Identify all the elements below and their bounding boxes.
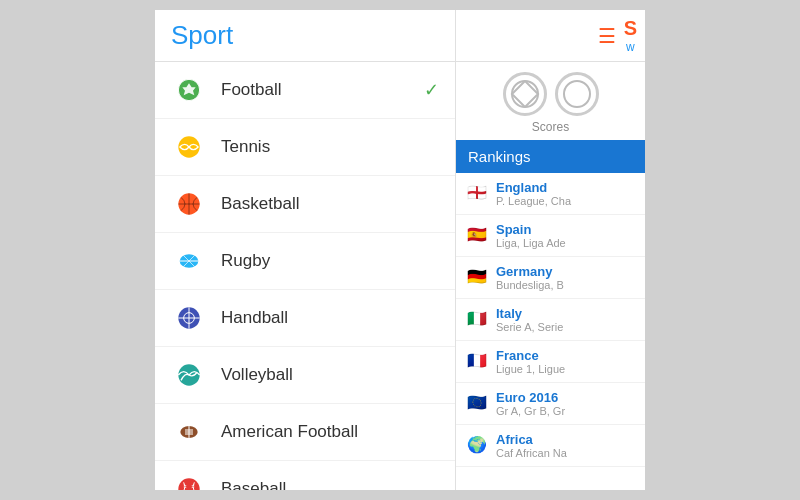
scores-section: Scores	[456, 62, 645, 140]
svg-point-26	[564, 81, 590, 107]
sport-item-american-football[interactable]: American Football	[155, 404, 455, 461]
ranking-name-4: France	[496, 348, 635, 363]
sport-name-basketball: Basketball	[221, 194, 439, 214]
ranking-info-5: Euro 2016 Gr A, Gr B, Gr	[496, 390, 635, 417]
ranking-flag-3: 🇮🇹	[466, 307, 488, 329]
ranking-item-5[interactable]: 🇪🇺 Euro 2016 Gr A, Gr B, Gr	[456, 383, 645, 425]
ranking-sub-0: P. League, Cha	[496, 195, 635, 207]
ranking-sub-3: Serie A, Serie	[496, 321, 635, 333]
sport-item-handball[interactable]: Handball	[155, 290, 455, 347]
sport-icon-volleyball	[171, 357, 207, 393]
ranking-info-6: Africa Caf African Na	[496, 432, 635, 459]
sport-item-football[interactable]: Football ✓	[155, 62, 455, 119]
scores-circle-2[interactable]	[555, 72, 599, 116]
sport-name-handball: Handball	[221, 308, 439, 328]
sport-icon-football	[171, 72, 207, 108]
sport-icon-rugby	[171, 243, 207, 279]
sport-name-tennis: Tennis	[221, 137, 439, 157]
ranking-sub-4: Ligue 1, Ligue	[496, 363, 635, 375]
ranking-flag-0: 🏴󠁧󠁢󠁥󠁮󠁧󠁿	[466, 181, 488, 203]
ranking-name-6: Africa	[496, 432, 635, 447]
ranking-item-3[interactable]: 🇮🇹 Italy Serie A, Serie	[456, 299, 645, 341]
sport-panel: Sport Football ✓ Tennis Basketball	[155, 10, 455, 490]
ranking-item-0[interactable]: 🏴󠁧󠁢󠁥󠁮󠁧󠁿 England P. League, Cha	[456, 173, 645, 215]
sport-item-baseball[interactable]: Baseball	[155, 461, 455, 490]
rankings-header: Rankings	[456, 140, 645, 173]
scores-circles	[503, 72, 599, 116]
ranking-name-1: Spain	[496, 222, 635, 237]
ranking-name-3: Italy	[496, 306, 635, 321]
ranking-item-2[interactable]: 🇩🇪 Germany Bundesliga, B	[456, 257, 645, 299]
ranking-flag-6: 🌍	[466, 433, 488, 455]
sport-header: Sport	[155, 10, 455, 62]
menu-icon[interactable]: ☰	[598, 24, 616, 48]
right-panel: ☰ S w	[455, 10, 645, 490]
sport-item-volleyball[interactable]: Volleyball	[155, 347, 455, 404]
sport-icon-american-football	[171, 414, 207, 450]
ranking-flag-1: 🇪🇸	[466, 223, 488, 245]
ranking-name-2: Germany	[496, 264, 635, 279]
sport-icon-handball	[171, 300, 207, 336]
ranking-flag-2: 🇩🇪	[466, 265, 488, 287]
ranking-info-4: France Ligue 1, Ligue	[496, 348, 635, 375]
scores-circle-1[interactable]	[503, 72, 547, 116]
ranking-info-1: Spain Liga, Liga Ade	[496, 222, 635, 249]
app-label: w	[626, 40, 635, 54]
ranking-info-2: Germany Bundesliga, B	[496, 264, 635, 291]
sport-name-rugby: Rugby	[221, 251, 439, 271]
app-container: Sport Football ✓ Tennis Basketball	[155, 10, 645, 490]
ranking-flag-4: 🇫🇷	[466, 349, 488, 371]
ranking-sub-2: Bundesliga, B	[496, 279, 635, 291]
sport-name-baseball: Baseball	[221, 479, 439, 490]
ranking-name-5: Euro 2016	[496, 390, 635, 405]
ranking-item-6[interactable]: 🌍 Africa Caf African Na	[456, 425, 645, 467]
sport-icon-baseball	[171, 471, 207, 490]
ranking-info-3: Italy Serie A, Serie	[496, 306, 635, 333]
ranking-flag-5: 🇪🇺	[466, 391, 488, 413]
ranking-item-1[interactable]: 🇪🇸 Spain Liga, Liga Ade	[456, 215, 645, 257]
svg-point-16	[178, 478, 199, 490]
ranking-sub-1: Liga, Liga Ade	[496, 237, 635, 249]
rankings-list: 🏴󠁧󠁢󠁥󠁮󠁧󠁿 England P. League, Cha 🇪🇸 Spain …	[456, 173, 645, 490]
sport-name-football: Football	[221, 80, 416, 100]
ranking-item-4[interactable]: 🇫🇷 France Ligue 1, Ligue	[456, 341, 645, 383]
ranking-name-0: England	[496, 180, 635, 195]
sport-item-rugby[interactable]: Rugby	[155, 233, 455, 290]
sport-item-tennis[interactable]: Tennis	[155, 119, 455, 176]
ranking-info-0: England P. League, Cha	[496, 180, 635, 207]
sport-icon-basketball	[171, 186, 207, 222]
scores-label: Scores	[532, 120, 569, 134]
sport-list: Football ✓ Tennis Basketball Rugby	[155, 62, 455, 490]
app-logo-icon: S	[624, 17, 637, 40]
right-header: ☰ S w	[456, 10, 645, 62]
sport-name-american-football: American Football	[221, 422, 439, 442]
ranking-sub-6: Caf African Na	[496, 447, 635, 459]
sport-item-basketball[interactable]: Basketball	[155, 176, 455, 233]
sport-title: Sport	[171, 20, 233, 51]
ranking-sub-5: Gr A, Gr B, Gr	[496, 405, 635, 417]
selected-checkmark: ✓	[424, 79, 439, 101]
svg-point-25	[512, 81, 538, 107]
sport-icon-tennis	[171, 129, 207, 165]
sport-name-volleyball: Volleyball	[221, 365, 439, 385]
